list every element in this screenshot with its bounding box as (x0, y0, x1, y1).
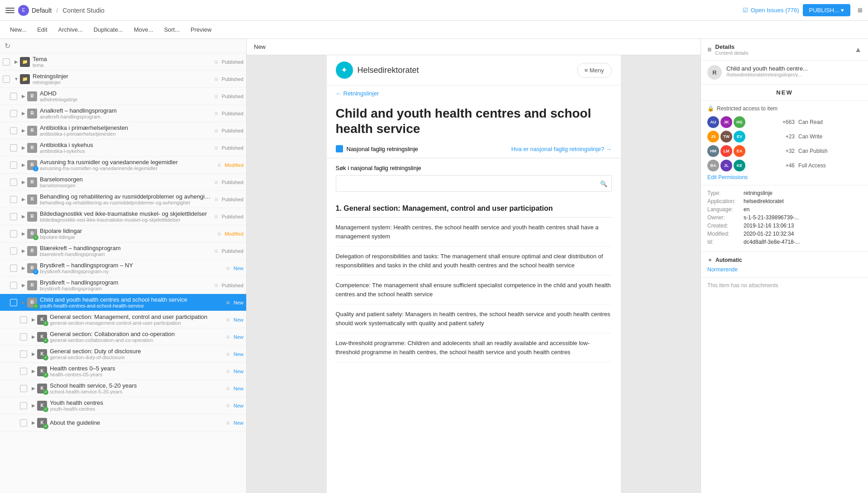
drag-handle-icon[interactable]: ≡ (215, 110, 218, 117)
tree-item-checkbox[interactable] (10, 247, 17, 255)
tree-item-expander[interactable]: ▶ (20, 94, 27, 99)
tree-item-expander[interactable]: ▶ (20, 111, 27, 116)
list-item[interactable]: ▶RAntibiotika i sykehusantibiotika-i-syk… (0, 139, 246, 156)
tree-item-expander[interactable]: ▶ (30, 334, 37, 339)
tree-item-expander[interactable]: ▶ (20, 248, 27, 253)
list-item[interactable]: ▶K✓General section: Management, control … (0, 311, 246, 328)
tree-item-checkbox[interactable] (10, 230, 17, 237)
list-item[interactable]: ▶K✓General section: Collaboration and co… (0, 328, 246, 346)
list-item[interactable]: ▶RADHDadhdretningslinje≡Published (0, 88, 246, 105)
tree-item-checkbox[interactable] (3, 58, 10, 66)
new-button[interactable]: New... (5, 24, 31, 35)
sort-button[interactable]: Sort... (159, 24, 184, 35)
drag-handle-icon[interactable]: ≡ (215, 127, 218, 134)
tree-item-checkbox[interactable] (10, 282, 17, 289)
archive-button[interactable]: Archive... (54, 24, 87, 35)
tree-item-checkbox[interactable] (10, 110, 17, 117)
menu-icon[interactable] (5, 6, 14, 15)
tree-item-checkbox[interactable] (20, 402, 27, 409)
tree-item-checkbox[interactable] (20, 419, 27, 427)
tree-item-expander[interactable]: ▶ (20, 265, 27, 270)
tree-item-checkbox[interactable] (10, 127, 17, 134)
list-item[interactable]: ▶K✓Health centres 0–5 yearshealth-centre… (0, 363, 246, 380)
meta-link[interactable]: Hva er nasjonal faglig retningslinje? → (511, 146, 612, 152)
tree-item-checkbox[interactable] (3, 76, 10, 83)
preview-menu-button[interactable]: ≡ Meny (577, 63, 612, 78)
drag-handle-icon[interactable]: ≡ (215, 144, 218, 152)
tree-item-expander[interactable]: ▶ (20, 145, 27, 150)
tree-item-checkbox[interactable] (10, 93, 17, 100)
tree-item-expander[interactable]: ▶ (20, 197, 27, 202)
grid-icon[interactable]: ⊞ (858, 7, 863, 14)
drag-handle-icon[interactable]: ≡ (215, 196, 218, 203)
drag-handle-icon[interactable]: ≡ (226, 385, 230, 392)
list-item[interactable]: ▶R!Brystkreft – handlingsprogram – NYbry… (0, 260, 246, 277)
list-item[interactable]: ▶K✓About the guideline≡New (0, 414, 246, 431)
tree-item-checkbox[interactable] (10, 265, 17, 272)
tree-item-expander[interactable]: ▶ (20, 128, 27, 133)
drag-handle-icon[interactable]: ≡ (226, 333, 230, 341)
tree-item-expander[interactable]: ▶ (20, 283, 27, 288)
drag-handle-icon[interactable]: ≡ (215, 58, 218, 66)
auto-value[interactable]: Normerende (707, 266, 862, 273)
tree-item-expander[interactable]: ▶ (20, 162, 27, 167)
tree-item-expander[interactable]: ▶ (20, 300, 27, 305)
drag-handle-icon[interactable]: ≡ (226, 351, 230, 358)
drag-handle-icon[interactable]: ≡ (226, 316, 230, 323)
tree-item-checkbox[interactable] (10, 179, 17, 186)
list-item[interactable]: ▶R!Avrusning fra rusmidler og vanedannen… (0, 156, 246, 174)
list-item[interactable]: ▶RBrystkreft – handlingsprogrambrystkref… (0, 277, 246, 294)
tree-item-expander[interactable]: ▶ (30, 386, 37, 391)
drag-handle-icon[interactable]: ≡ (215, 179, 218, 186)
preview-breadcrumb[interactable]: ← Retningslinjer (327, 85, 621, 101)
list-item[interactable]: ▶RBlærekreft – handlingsprogramblaerekre… (0, 242, 246, 260)
tree-item-checkbox[interactable] (20, 351, 27, 358)
drag-handle-icon[interactable]: ≡ (215, 282, 218, 289)
drag-handle-icon[interactable]: ≡ (215, 247, 218, 255)
tree-item-expander[interactable]: ▶ (20, 214, 27, 219)
collapse-button[interactable]: ▲ (854, 46, 862, 54)
tree-item-checkbox[interactable] (20, 368, 27, 375)
list-item[interactable]: ▶K✓General section: Duty of disclosurege… (0, 346, 246, 363)
duplicate-button[interactable]: Duplicate... (89, 24, 128, 35)
open-issues-button[interactable]: ☑ Open Issues (776) (743, 7, 799, 14)
move-button[interactable]: Move... (129, 24, 158, 35)
drag-handle-icon[interactable]: ≡ (226, 419, 230, 427)
list-item[interactable]: ▶RAnalkreft – handlingsprogramanalkreft-… (0, 105, 246, 122)
list-item[interactable]: ▶R✓Child and youth health centres and sc… (0, 294, 246, 311)
tree-item-checkbox[interactable] (10, 144, 17, 152)
list-item[interactable]: ▶RBarselomsorgenbarselomsorgen≡Published (0, 174, 246, 191)
tree-item-checkbox[interactable] (20, 385, 27, 392)
drag-handle-icon[interactable]: ≡ (217, 161, 221, 169)
edit-permissions-link[interactable]: Edit Permissions (707, 174, 862, 180)
refresh-icon[interactable]: ↻ (5, 42, 10, 50)
tree-item-checkbox[interactable] (20, 333, 27, 341)
list-item[interactable]: ▶RBehandling og rehabilitering av rusmid… (0, 191, 246, 208)
tree-item-expander[interactable]: ▶ (30, 351, 37, 356)
tree-item-expander[interactable]: ▶ (30, 420, 37, 425)
tree-item-expander[interactable]: ▶ (20, 231, 27, 236)
list-item[interactable]: ▶R✓Bipolare lidingarbipolare-lidingar≡Mo… (0, 225, 246, 242)
drag-handle-icon[interactable]: ≡ (226, 299, 230, 306)
tree-item-checkbox[interactable] (20, 316, 27, 323)
search-input[interactable] (336, 175, 612, 192)
drag-handle-icon[interactable]: ≡ (215, 93, 218, 100)
tree-item-expander[interactable]: ▶ (13, 59, 20, 64)
list-item[interactable]: ▶K✓Youth health centresyouth-health-cent… (0, 397, 246, 414)
tree-item-expander[interactable]: ▶ (30, 369, 37, 374)
drag-handle-icon[interactable]: ≡ (217, 230, 221, 237)
tree-item-expander[interactable]: ▼ (13, 76, 20, 81)
tree-item-checkbox[interactable] (10, 161, 17, 169)
preview-button[interactable]: Preview (186, 24, 216, 35)
list-item[interactable]: ▶📁Tematema≡Published (0, 53, 246, 71)
list-item[interactable]: ▶RAntibiotika i primærhelsetjenestenanti… (0, 122, 246, 139)
tree-item-checkbox[interactable] (10, 299, 17, 306)
edit-button[interactable]: Edit (33, 24, 52, 35)
list-item[interactable]: ▼📁Retningslinjerretningslinjer≡Published (0, 71, 246, 88)
list-item[interactable]: ▶RBildediagnostikk ved ikke-traumatiske … (0, 208, 246, 225)
drag-handle-icon[interactable]: ≡ (226, 368, 230, 375)
publish-button[interactable]: PUBLISH... ▾ (803, 4, 850, 16)
tree-item-expander[interactable]: ▶ (30, 403, 37, 408)
center-content[interactable]: ✦ Helsedirektoratet ≡ Meny ← Retningslin… (247, 55, 701, 493)
tree-item-expander[interactable]: ▶ (20, 180, 27, 185)
